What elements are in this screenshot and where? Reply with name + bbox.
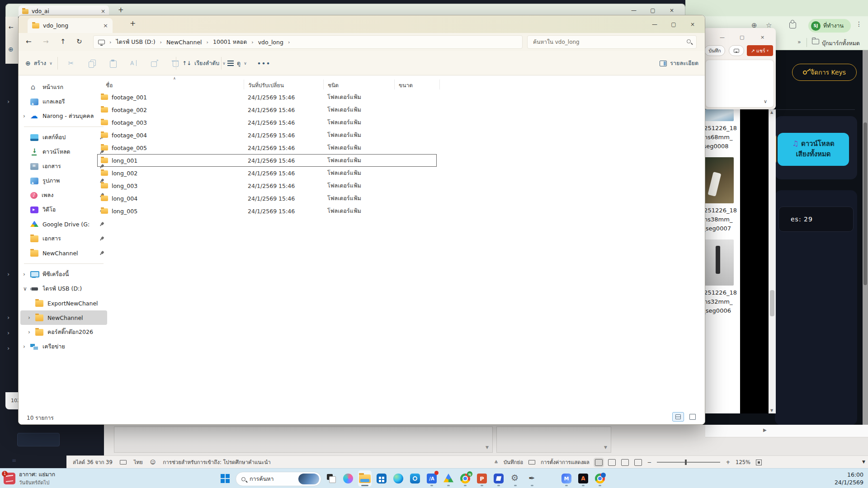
- up-icon[interactable]: ↑: [60, 38, 66, 46]
- file-row[interactable]: footage_005 24/1/2569 15:46 โฟลเดอร์แฟ้ม: [97, 141, 437, 154]
- breadcrumb-item[interactable]: vdo_long: [258, 39, 283, 46]
- normal-view-button[interactable]: [595, 459, 603, 466]
- reading-view-button[interactable]: [621, 459, 629, 466]
- column-divider[interactable]: [439, 80, 440, 89]
- tree-chevron-icon[interactable]: ›: [28, 329, 35, 335]
- sort-button[interactable]: ↑↓ เรียงลำดับ ∨: [182, 51, 226, 75]
- scroll-down-icon[interactable]: ▼: [604, 445, 607, 450]
- tree-chevron-icon[interactable]: ›: [23, 271, 30, 277]
- sidebar-item[interactable]: เพลง: [19, 188, 109, 202]
- tab-close-icon[interactable]: ×: [103, 22, 108, 29]
- back-icon[interactable]: ←: [26, 38, 32, 46]
- scrollbar-thumb[interactable]: [770, 290, 774, 316]
- zoom-out-icon[interactable]: −: [647, 459, 652, 465]
- sidebar-item[interactable]: เอกสาร: [19, 159, 109, 174]
- sidebar-item[interactable]: เอกสาร: [19, 231, 109, 246]
- tree-chevron-icon[interactable]: ›: [23, 343, 30, 350]
- taskbar-m-app-icon[interactable]: [560, 470, 573, 487]
- cut-icon[interactable]: ✂: [62, 59, 80, 67]
- extensions-icon[interactable]: [789, 22, 796, 28]
- column-divider[interactable]: [323, 80, 324, 89]
- sidebar-item[interactable]: เดสก์ท็อป: [19, 130, 109, 145]
- sidebar-item[interactable]: แกลเลอรี: [19, 94, 109, 109]
- chevron-right-icon[interactable]: ›: [251, 39, 253, 45]
- close-button[interactable]: ×: [662, 5, 681, 16]
- close-button[interactable]: ×: [760, 34, 764, 40]
- background-tree-chevron[interactable]: ›: [7, 314, 9, 321]
- start-button[interactable]: [219, 470, 232, 487]
- file-row[interactable]: footage_003 24/1/2569 15:46 โฟลเดอร์แฟ้ม: [97, 116, 437, 129]
- details-pane-button[interactable]: รายละเอียด: [660, 51, 698, 75]
- scroll-down-icon[interactable]: ▼: [486, 445, 489, 450]
- back-icon[interactable]: ←: [9, 24, 14, 31]
- background-tree-chevron[interactable]: ›: [7, 98, 9, 105]
- slideshow-button[interactable]: [634, 459, 642, 466]
- sidebar-item[interactable]: › คอร์สติ๊กต๊อก2026: [19, 325, 109, 339]
- taskbar-clock[interactable]: 16:00 24/1/2569: [835, 471, 863, 486]
- sidebar-item[interactable]: ดาวน์โหลด: [19, 145, 109, 159]
- sidebar-item[interactable]: รูปภาพ: [19, 174, 109, 188]
- tree-chevron-icon[interactable]: ›: [23, 113, 30, 119]
- forward-icon[interactable]: →: [43, 38, 49, 46]
- column-header-size[interactable]: ขนาด: [399, 81, 413, 89]
- notes-label[interactable]: บันทึกย่อ: [504, 458, 523, 466]
- maximize-button[interactable]: ▢: [740, 34, 744, 40]
- manage-keys-button[interactable]: จัดการ Keys: [792, 64, 857, 81]
- taskbar-outlook-icon[interactable]: [408, 470, 422, 487]
- taskbar-a-app-icon[interactable]: [576, 470, 590, 487]
- background-tree-chevron[interactable]: ›: [7, 271, 9, 277]
- file-row[interactable]: footage_001 24/1/2569 15:46 โฟลเดอร์แฟ้ม: [97, 91, 437, 103]
- new-tab-button[interactable]: +: [118, 6, 124, 14]
- taskbar-powerpoint-icon[interactable]: [475, 470, 489, 487]
- search-icon[interactable]: [687, 39, 691, 43]
- tree-chevron-icon[interactable]: ∨: [23, 286, 30, 292]
- taskbar-edge-icon[interactable]: [392, 470, 405, 487]
- zoom-in-icon[interactable]: +: [726, 459, 730, 465]
- copy-icon[interactable]: [89, 60, 95, 67]
- zoom-level[interactable]: 125%: [736, 459, 750, 465]
- collapse-chevron-icon[interactable]: ∨: [764, 99, 767, 104]
- maximize-button[interactable]: ▢: [664, 19, 683, 30]
- chevron-right-icon[interactable]: ›: [160, 39, 162, 45]
- accessibility-label[interactable]: การช่วยสำหรับการเข้าถึง: โปรดศึกษาคำแนะน…: [163, 458, 270, 466]
- taskbar-chrome-icon[interactable]: SJ: [458, 470, 472, 487]
- chevron-right-icon[interactable]: ›: [207, 39, 208, 45]
- profile-chip[interactable]: SJ ที่ทำงาน: [808, 19, 851, 33]
- taskbar-task-view-icon[interactable]: [325, 470, 338, 487]
- taskbar-file-explorer-icon[interactable]: [358, 470, 372, 487]
- scroll-up-icon[interactable]: ▲: [770, 110, 773, 114]
- sidebar-item[interactable]: › เครือข่าย: [19, 339, 109, 354]
- new-tab-button[interactable]: +: [130, 19, 136, 28]
- taskbar-settings-icon[interactable]: [509, 470, 522, 487]
- maximize-button[interactable]: ▢: [643, 5, 662, 16]
- taskbar-ai-app-icon[interactable]: [425, 470, 439, 487]
- large-icons-view-toggle[interactable]: [687, 412, 698, 422]
- scrollbar-thumb[interactable]: [863, 122, 867, 285]
- this-pc-icon[interactable]: [98, 40, 105, 44]
- file-row[interactable]: long_001 24/1/2569 15:46 โฟลเดอร์แฟ้ม: [97, 154, 437, 167]
- fit-slide-icon[interactable]: [756, 460, 762, 465]
- details-view-toggle[interactable]: [672, 412, 684, 422]
- delete-icon[interactable]: [172, 60, 179, 67]
- file-row[interactable]: long_004 24/1/2569 15:46 โฟลเดอร์แฟ้ม: [97, 192, 437, 205]
- close-button[interactable]: ×: [683, 19, 702, 30]
- minimize-button[interactable]: —: [645, 19, 664, 30]
- breadcrumb[interactable]: › ไดรฟ์ USB (D:) › NewChannel › 10001 หล…: [93, 35, 523, 49]
- refresh-icon[interactable]: ↻: [76, 38, 82, 46]
- column-header-date[interactable]: วันที่ปรับเปลี่ยน: [248, 81, 284, 89]
- sidebar-item[interactable]: วิดีโอ: [19, 202, 109, 217]
- file-row[interactable]: footage_004 24/1/2569 15:46 โฟลเดอร์แฟ้ม: [97, 129, 437, 141]
- sidebar-item[interactable]: ExportNewChanel: [19, 296, 109, 310]
- display-settings-label[interactable]: การตั้งค่าการแสดงผล: [541, 458, 590, 466]
- file-row[interactable]: footage_002 24/1/2569 15:46 โฟลเดอร์แฟ้ม: [97, 103, 437, 116]
- zoom-slider-thumb[interactable]: [685, 460, 687, 465]
- breadcrumb-item[interactable]: 10001 หลอด: [213, 38, 247, 47]
- taskbar-search[interactable]: การค้นหา: [236, 472, 321, 486]
- new-button[interactable]: ⊕ สร้าง ∨: [25, 51, 52, 75]
- scroll-down-icon[interactable]: ▼: [770, 408, 773, 413]
- save-button[interactable]: บันทึก: [704, 45, 725, 56]
- taskbar-copilot-icon[interactable]: [341, 470, 355, 487]
- file-row[interactable]: long_002 24/1/2569 15:46 โฟลเดอร์แฟ้ม: [97, 167, 437, 179]
- sidebar-item[interactable]: ∨ ไดรฟ์ USB (D:): [19, 282, 109, 296]
- chevron-right-icon[interactable]: ›: [288, 39, 290, 45]
